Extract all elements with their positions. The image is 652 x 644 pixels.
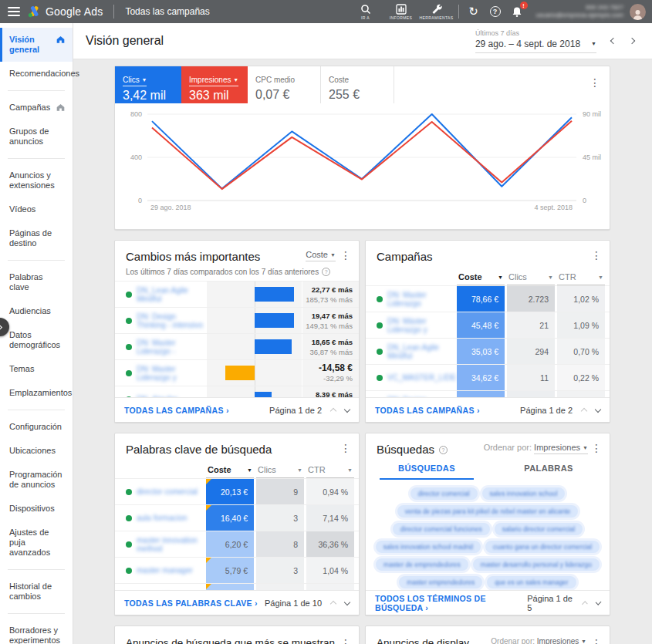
sidebar-item-configuracion[interactable]: Configuración xyxy=(0,415,73,439)
sidebar-item-recomendaciones[interactable]: Recomendaciones xyxy=(0,62,73,86)
card-menu-icon[interactable]: ⋮ xyxy=(591,250,602,261)
table-row[interactable]: DN: Máster Liderazgo y Emprendimiento 45… xyxy=(366,312,610,338)
reports-button[interactable]: INFORMES xyxy=(384,4,418,20)
search-term-chip[interactable]: que es un sales manager xyxy=(487,576,576,588)
column-header-clics[interactable]: Clics▼ xyxy=(507,271,555,285)
page-down-icon[interactable] xyxy=(344,598,350,605)
all-campaigns-link[interactable]: TODAS LAS CAMPAÑAS › xyxy=(124,406,229,415)
column-header-ctr[interactable]: CTR▼ xyxy=(306,464,354,478)
sidebar-item-audiencias[interactable]: Audiencias xyxy=(0,299,73,323)
table-row[interactable]: master manager 5,79 € 3 1,04 % xyxy=(115,557,359,583)
table-row[interactable]: aula formacion 16,40 € 3 7,14 % xyxy=(115,504,359,531)
campaign-link[interactable]: VC_MASTER_LIDERAZGO xyxy=(387,373,457,382)
help-icon[interactable]: ? xyxy=(322,268,330,276)
sort-by-value[interactable]: Impresiones ▼ xyxy=(534,443,588,454)
campaign-link[interactable]: DN: Master Liderazgo - intensivo xyxy=(137,339,206,356)
metric-coste[interactable]: Coste 255 € xyxy=(321,66,394,103)
refresh-button[interactable]: ↻ xyxy=(464,2,484,22)
table-row[interactable]: DN_Lean Agile Mindful 22,77 € más 185,73… xyxy=(115,281,359,307)
page-up-icon[interactable] xyxy=(582,601,588,607)
page-down-icon[interactable] xyxy=(595,406,601,412)
column-header-coste[interactable]: Coste▼ xyxy=(206,464,254,478)
table-row[interactable]: DN: Master Liderazgo y Liderazgo -14,58 … xyxy=(115,359,359,386)
keyword-link[interactable]: master innovation method xyxy=(137,536,206,553)
sidebar-item-ubicaciones[interactable]: Ubicaciones xyxy=(0,439,73,463)
tools-button[interactable]: HERRAMIENTAS xyxy=(420,3,454,20)
sidebar-item-ajustes-de-puja-avanzados[interactable]: Ajustes de puja avanzados xyxy=(0,521,73,565)
card-menu-icon[interactable]: ⋮ xyxy=(340,250,351,261)
account-info[interactable]: 900 243 7627 usuario@empresa-ejemplo.com xyxy=(536,4,624,19)
column-header-coste[interactable]: Coste▼ xyxy=(457,271,505,285)
keyword-link[interactable]: director comercial xyxy=(137,487,198,496)
sidebar-item-temas[interactable]: Temas xyxy=(0,357,73,381)
card-menu-icon[interactable]: ⋮ xyxy=(591,443,602,453)
metric-selector[interactable]: Coste ▼ xyxy=(306,250,336,261)
sidebar-item-anuncios-y-extensiones[interactable]: Anuncios y extensiones xyxy=(0,164,73,197)
avatar[interactable] xyxy=(630,4,646,20)
help-button[interactable]: ? xyxy=(485,2,505,22)
menu-icon[interactable] xyxy=(8,7,20,16)
search-term-chip[interactable]: venta de piezas para kit pikel de rebel … xyxy=(397,505,579,518)
sidebar-item-vision-general[interactable]: Visión general xyxy=(0,28,73,62)
table-row[interactable]: DN: Master Liderazgo 78,66 € 2.723 1,02 … xyxy=(366,285,610,312)
date-range-selector[interactable]: Últimos 7 días 29 ago. – 4 sept. de 2018… xyxy=(475,29,596,53)
help-icon[interactable]: ? xyxy=(439,446,448,454)
search-term-chip[interactable]: master emprendedores xyxy=(399,576,482,588)
metric-clics[interactable]: Clics ▼ 3,42 mil xyxy=(115,66,181,103)
sidebar-item-historial-de-cambios[interactable]: Historial de cambios xyxy=(0,575,73,609)
metric-cpc-medio[interactable]: CPC medio 0,07 € xyxy=(248,66,321,103)
next-period-button[interactable] xyxy=(623,32,641,50)
sort-by-value[interactable]: Impresiones ▼ xyxy=(537,637,586,644)
table-row[interactable]: DN_Lean Agile Mindful 35,03 € 294 0,70 % xyxy=(366,338,610,364)
search-term-chip[interactable]: director comercial xyxy=(410,487,478,500)
all-search-terms-link[interactable]: TODOS LOS TÉRMINOS DE BÚSQUEDA › xyxy=(375,594,527,612)
sidebar-item-campanas[interactable]: Campañas xyxy=(0,96,73,120)
metric-impresiones[interactable]: Impresiones ▼ 363 mil xyxy=(181,66,248,103)
notifications-button[interactable]: ! xyxy=(507,2,527,22)
table-row[interactable]: VC_MASTER_LIDERAZGO 34,62 € 11 0,22 % xyxy=(366,364,610,390)
campaign-link[interactable]: DN_Lean Agile Mindful xyxy=(387,343,457,360)
page-down-icon[interactable] xyxy=(344,406,350,412)
table-row[interactable]: director comercial 20,13 € 9 0,94 % xyxy=(115,478,359,504)
search-term-chip[interactable]: master de emprendedores xyxy=(376,558,468,571)
sidebar-item-programacion-de-anuncios[interactable]: Programación de anuncios xyxy=(0,463,73,497)
table-row[interactable]: DN: Master Liderazgo - intensivo 18,65 €… xyxy=(115,333,359,359)
column-header-ctr[interactable]: CTR▼ xyxy=(557,271,605,285)
campaign-link[interactable]: DN: Master Liderazgo y Liderazgo xyxy=(137,365,206,382)
tab-busquedas[interactable]: BÚSQUEDAS xyxy=(366,457,488,480)
card-menu-icon[interactable]: ⋮ xyxy=(590,77,600,88)
card-menu-icon[interactable]: ⋮ xyxy=(340,638,351,644)
all-keywords-link[interactable]: TODAS LAS PALABRAS CLAVE › xyxy=(124,598,258,608)
table-row[interactable]: DN: Design Thinking - intensivo (no rema… xyxy=(115,307,359,333)
keyword-link[interactable]: aula formacion xyxy=(137,514,187,522)
table-row[interactable]: master innovation method 6,20 € 8 36,36 … xyxy=(115,531,359,557)
page-up-icon[interactable] xyxy=(330,408,336,414)
page-up-icon[interactable] xyxy=(330,601,336,607)
search-term-chip[interactable]: salario director comercial xyxy=(495,523,583,535)
search-term-chip[interactable]: cuanto gana un director comercial xyxy=(485,541,600,553)
campaign-link[interactable]: DN: Máster Liderazgo y Emprendimiento xyxy=(387,317,457,334)
google-ads-logo[interactable]: Google Ads xyxy=(28,5,103,18)
search-term-chip[interactable]: sales innovation school madrid xyxy=(376,541,481,553)
sidebar-item-videos[interactable]: Vídeos xyxy=(0,197,73,221)
sidebar-item-palabras-clave[interactable]: Palabras clave xyxy=(0,265,73,299)
sidebar-item-emplazamientos[interactable]: Emplazamientos xyxy=(0,381,73,405)
campaign-link[interactable]: DN_Lean Agile Mindful xyxy=(137,286,206,303)
sidebar-item-borradores-y-experimentos[interactable]: Borradores y experimentos xyxy=(0,619,73,644)
sidebar-item-dispositivos[interactable]: Dispositivos xyxy=(0,497,73,521)
all-campaigns-link[interactable]: TODAS LAS CAMPAÑAS › xyxy=(375,406,480,415)
campaign-link[interactable]: DN: Design Thinking - intensivo (no rema… xyxy=(137,312,206,329)
column-header-clics[interactable]: Clics▼ xyxy=(256,464,304,478)
previous-period-button[interactable] xyxy=(604,32,623,50)
campaign-link[interactable]: DN: Master Liderazgo xyxy=(387,291,457,308)
keyword-link[interactable]: master manager xyxy=(137,566,193,575)
tab-palabras[interactable]: PALABRAS xyxy=(488,457,610,480)
card-menu-icon[interactable]: ⋮ xyxy=(591,638,602,644)
account-scope-label[interactable]: Todas las campañas xyxy=(125,6,209,17)
goto-search-button[interactable]: IR A xyxy=(349,4,383,20)
sidebar-item-paginas-de-destino[interactable]: Páginas de destino xyxy=(0,221,73,255)
sidebar-item-grupos-de-anuncios[interactable]: Grupos de anuncios xyxy=(0,120,73,153)
chart-plot-area[interactable] xyxy=(147,110,576,205)
search-term-chip[interactable]: director comercial funciones xyxy=(393,523,490,535)
search-term-chip[interactable]: sales innovation school xyxy=(482,487,566,500)
